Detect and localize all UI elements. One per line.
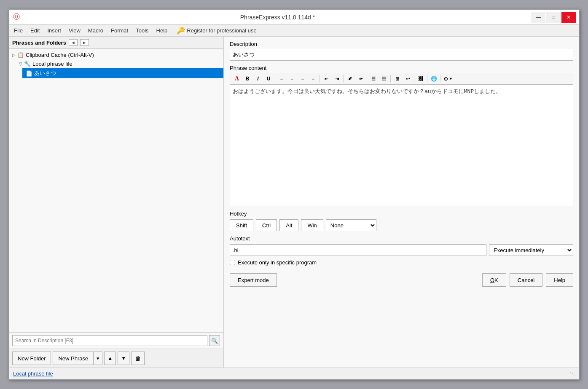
execute-only-label: Execute only in specific program bbox=[238, 259, 317, 266]
toolbar-separator-4 bbox=[367, 75, 367, 83]
settings-icon: ⚙ bbox=[443, 76, 448, 82]
help-button[interactable]: Help bbox=[546, 273, 573, 287]
settings-dropdown-arrow: ▼ bbox=[449, 77, 453, 81]
toolbar-separator-3 bbox=[343, 75, 344, 83]
left-panel: Phrases and Folders ◄ ► ▷ 📋 Clipboard Ca… bbox=[9, 37, 224, 368]
toolbar-separator-6 bbox=[414, 75, 414, 83]
indent-in-button[interactable]: ⇥ bbox=[332, 74, 342, 83]
undo-button[interactable]: ↩ bbox=[403, 74, 413, 83]
local-phrase-link[interactable]: Local phrase file bbox=[13, 370, 53, 377]
tree-item-label: あいさつ bbox=[34, 69, 56, 77]
alt-button[interactable]: Alt bbox=[279, 219, 298, 231]
description-input[interactable] bbox=[230, 49, 573, 61]
search-bar: 🔍 bbox=[9, 332, 223, 349]
panel-header: Phrases and Folders ◄ ► bbox=[9, 37, 223, 49]
phrase-editor[interactable]: おはようございます。今日は良い天気ですね。そちらはお変わりないですか？auからド… bbox=[230, 84, 573, 206]
search-button[interactable]: 🔍 bbox=[209, 335, 220, 346]
font-button[interactable]: A bbox=[232, 74, 242, 83]
num-list-button[interactable]: ☷ bbox=[379, 74, 389, 83]
menu-edit[interactable]: Edit bbox=[27, 27, 43, 35]
main-content: Phrases and Folders ◄ ► ▷ 📋 Clipboard Ca… bbox=[9, 37, 579, 368]
main-window: ⓪ PhraseExpress v11.0.114d * — □ ✕ File … bbox=[8, 9, 580, 380]
table-button[interactable]: ⊞ bbox=[392, 74, 402, 83]
hotkey-label: Hotkey bbox=[230, 210, 573, 217]
settings-dropdown-button[interactable]: ⚙ ▼ bbox=[442, 74, 454, 83]
hotkey-key-select[interactable]: None bbox=[326, 219, 376, 231]
hotkey-row: Shift Ctrl Alt Win None bbox=[230, 219, 573, 231]
action-bar: Expert mode OK Cancel Help bbox=[230, 273, 573, 287]
align-right-button[interactable]: ≡ bbox=[298, 74, 308, 83]
ok-button[interactable]: OK bbox=[482, 273, 506, 287]
align-center-button[interactable]: ≡ bbox=[287, 74, 297, 83]
description-label: Description bbox=[230, 41, 573, 47]
globe-button[interactable]: 🌐 bbox=[429, 74, 439, 83]
window-controls: — □ ✕ bbox=[531, 12, 576, 23]
shift-button[interactable]: Shift bbox=[230, 219, 253, 231]
search-input[interactable] bbox=[12, 335, 207, 346]
copy-format-button[interactable]: ✐ bbox=[345, 74, 355, 83]
new-phrase-split-button: New Phrase ▼ bbox=[53, 352, 102, 365]
move-down-button[interactable]: ▼ bbox=[118, 352, 129, 365]
close-button[interactable]: ✕ bbox=[561, 12, 576, 23]
bold-button[interactable]: B bbox=[242, 74, 252, 83]
tree-item-local-phrase[interactable]: ▽ 🔧 Local phrase file bbox=[16, 59, 223, 68]
autotext-input[interactable] bbox=[230, 244, 486, 256]
tree-item-clipboard[interactable]: ▷ 📋 Clipboard Cache (Ctrl-Alt-V) bbox=[9, 51, 223, 59]
menu-file[interactable]: File bbox=[11, 27, 26, 35]
phrase-icon: 📄 bbox=[26, 70, 32, 77]
align-left-button[interactable]: ≡ bbox=[277, 74, 287, 83]
toolbar-separator-7 bbox=[427, 75, 427, 83]
menu-insert[interactable]: Insert bbox=[44, 27, 64, 35]
resize-grip: ⋱ bbox=[570, 371, 575, 377]
new-phrase-label: New Phrase bbox=[58, 355, 88, 362]
nav-forward-button[interactable]: ► bbox=[80, 39, 89, 46]
tree-collapse-icon: ▽ bbox=[19, 61, 22, 66]
right-panel: Description Phrase content A B I U ≡ ≡ ≡… bbox=[224, 37, 579, 368]
ok-label: O bbox=[490, 277, 494, 283]
underline-button[interactable]: U bbox=[263, 74, 274, 83]
delete-button[interactable]: 🗑 bbox=[131, 352, 145, 365]
indent-out-button[interactable]: ⇤ bbox=[321, 74, 331, 83]
paste-format-button[interactable]: ✑ bbox=[355, 74, 365, 83]
bullet-list-button[interactable]: ☰ bbox=[368, 74, 379, 83]
toolbar-separator-2 bbox=[320, 75, 320, 83]
minimize-button[interactable]: — bbox=[531, 12, 545, 23]
menu-help[interactable]: Help bbox=[153, 27, 171, 35]
italic-button[interactable]: I bbox=[253, 74, 263, 83]
new-folder-button[interactable]: New Folder bbox=[12, 352, 51, 365]
key-icon: 🔑 bbox=[177, 27, 185, 35]
maximize-button[interactable]: □ bbox=[546, 12, 561, 23]
autotext-row: Execute immediately Execute after delimi… bbox=[230, 244, 573, 256]
win-button[interactable]: Win bbox=[301, 219, 323, 231]
trash-icon: 🗑 bbox=[135, 355, 141, 362]
menu-format[interactable]: Format bbox=[107, 27, 132, 35]
window-title: PhraseExpress v11.0.114d * bbox=[24, 14, 531, 21]
register-link[interactable]: 🔑 Register for professional use bbox=[177, 27, 256, 35]
titlebar: ⓪ PhraseExpress v11.0.114d * — □ ✕ bbox=[9, 10, 579, 25]
new-folder-label: New Folder bbox=[18, 355, 46, 362]
new-phrase-dropdown-button[interactable]: ▼ bbox=[93, 352, 102, 365]
phrases-folders-label: Phrases and Folders bbox=[12, 40, 66, 46]
autotext-label: Autotext bbox=[230, 235, 573, 242]
tree-item-aisatsu[interactable]: 📄 あいさつ bbox=[22, 68, 223, 78]
execute-only-checkbox[interactable] bbox=[230, 260, 235, 265]
nav-back-button[interactable]: ◄ bbox=[69, 39, 78, 46]
tree-area: ▷ 📋 Clipboard Cache (Ctrl-Alt-V) ▽ 🔧 Loc… bbox=[9, 49, 223, 332]
menu-tools[interactable]: Tools bbox=[132, 27, 152, 35]
phrase-content-label: Phrase content bbox=[230, 65, 573, 71]
align-justify-button[interactable]: ≡ bbox=[308, 74, 318, 83]
cancel-button[interactable]: Cancel bbox=[510, 273, 542, 287]
autotext-execute-select[interactable]: Execute immediately Execute after delimi… bbox=[489, 244, 573, 256]
menu-macro[interactable]: Macro bbox=[85, 27, 107, 35]
tree-expand-icon: ▷ bbox=[12, 53, 16, 57]
editor-toolbar: A B I U ≡ ≡ ≡ ≡ ⇤ ⇥ ✐ ✑ ☰ ☷ ⊞ ↩ bbox=[230, 73, 573, 84]
image-button[interactable]: 🖼 bbox=[416, 74, 426, 83]
new-phrase-button[interactable]: New Phrase bbox=[53, 352, 93, 365]
move-up-button[interactable]: ▲ bbox=[104, 352, 116, 365]
toolbar-separator-5 bbox=[390, 75, 391, 83]
statusbar: Local phrase file ⋱ bbox=[9, 368, 579, 379]
menu-view[interactable]: View bbox=[65, 27, 84, 35]
expert-mode-button[interactable]: Expert mode bbox=[230, 273, 277, 287]
register-label: Register for professional use bbox=[187, 27, 256, 34]
ctrl-button[interactable]: Ctrl bbox=[256, 219, 277, 231]
